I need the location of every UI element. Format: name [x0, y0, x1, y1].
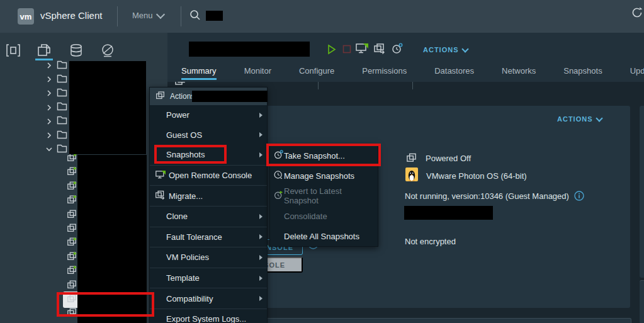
tab-summary[interactable]: Summary	[167, 60, 230, 82]
tab-networks[interactable]: Networks	[488, 60, 550, 82]
vm-powered-on-icon	[67, 195, 77, 207]
chevron-right-icon[interactable]	[46, 116, 52, 127]
vm-powered-on-icon	[67, 251, 77, 264]
submenu-item-manage-snapshots[interactable]: Manage Snapshots	[270, 166, 378, 186]
vm-icon	[67, 307, 77, 320]
remote-console-icon	[155, 169, 166, 181]
power-off-icon	[342, 45, 351, 56]
vm-powered-on-icon	[67, 237, 77, 249]
submenu-arrow-icon	[259, 276, 263, 281]
chevron-right-icon[interactable]	[46, 88, 52, 99]
submenu-item-delete-all-snapshots[interactable]: Delete All Snapshots	[270, 226, 378, 246]
tab-updates[interactable]: Updates	[616, 60, 644, 82]
power-status: Powered Off	[426, 154, 471, 163]
redacted-menu-vm-name	[192, 91, 268, 102]
refresh-icon[interactable]	[631, 6, 643, 21]
linux-guest-os-icon	[405, 167, 418, 181]
take-snapshot-icon	[273, 150, 284, 162]
card-actions-button[interactable]: ACTIONS	[557, 115, 602, 123]
menu-item-fault-tolerance[interactable]: Fault Tolerance	[150, 227, 267, 247]
chevron-down-icon	[461, 45, 468, 52]
info-icon[interactable]	[574, 191, 584, 201]
vm-powered-on-icon	[67, 166, 77, 179]
networking-icon[interactable]	[99, 43, 116, 58]
hosts-and-clusters-icon[interactable]	[5, 43, 21, 58]
search-box[interactable]	[189, 9, 201, 21]
vm-icon	[67, 223, 77, 235]
menu-button[interactable]: Menu	[132, 11, 164, 20]
header-divider	[117, 6, 118, 26]
right-panel-edge	[640, 106, 644, 278]
submenu-item-revert-to-latest-snapshot: Revert to Latest Snapshot	[270, 186, 378, 206]
menu-item-snapshots[interactable]: Snapshots	[150, 145, 267, 165]
menu-item-clone[interactable]: Clone	[150, 206, 267, 227]
menu-item-export-system-logs[interactable]: Export System Logs...	[150, 309, 267, 323]
redacted-vm-names	[77, 155, 147, 323]
redacted-dns-name	[404, 206, 493, 220]
migrate-icon	[155, 190, 166, 202]
vm-powered-on-icon	[67, 265, 77, 278]
menu-item-template[interactable]: Template	[150, 268, 267, 288]
right-panel-edge	[640, 280, 644, 323]
search-icon	[189, 9, 201, 21]
menu-item-open-remote-console[interactable]: Open Remote Console	[150, 165, 267, 186]
vm-icon	[155, 91, 165, 102]
tab-datastores[interactable]: Datastores	[421, 60, 488, 82]
redacted-folder-names	[69, 61, 146, 154]
tab-snapshots[interactable]: Snapshots	[550, 60, 616, 82]
chevron-right-icon[interactable]	[46, 102, 52, 113]
app-title: vSphere Client	[40, 10, 102, 21]
vm-icon	[67, 293, 77, 306]
submenu-arrow-icon	[259, 296, 263, 301]
folder-icon	[57, 88, 67, 99]
folder-icon	[57, 74, 67, 86]
redacted-vm-name	[189, 42, 310, 57]
app-header: vm vSphere Client Menu	[0, 0, 644, 33]
menu-item-guest-os[interactable]: Guest OS	[150, 125, 267, 145]
chevron-right-icon[interactable]	[46, 130, 52, 141]
vmware-logo: vm	[18, 8, 34, 25]
vm-powered-on-icon	[67, 181, 77, 193]
chevron-right-icon[interactable]	[46, 74, 52, 85]
tab-configure[interactable]: Configure	[285, 60, 348, 82]
vm-icon	[67, 280, 77, 292]
chevron-right-icon[interactable]	[46, 60, 52, 71]
vm-tabs: SummaryMonitorConfigurePermissionsDatast…	[167, 60, 644, 82]
open-console-icon[interactable]	[355, 42, 369, 57]
vm-context-menu: Actions - PowerGuest OSSnapshotsOpen Rem…	[149, 87, 268, 323]
chevron-down-icon	[155, 9, 164, 18]
tab-permissions[interactable]: Permissions	[348, 60, 421, 82]
submenu-item-take-snapshot[interactable]: Take Snapshot...	[270, 145, 378, 166]
encryption-status: Not encrypted	[405, 237, 456, 246]
snapshots-submenu: Take Snapshot...Manage SnapshotsRevert t…	[269, 145, 378, 247]
submenu-arrow-icon	[259, 113, 263, 118]
guest-os-name: VMware Photon OS (64-bit)	[426, 171, 527, 181]
menu-item-migrate[interactable]: Migrate...	[150, 185, 267, 206]
folder-icon	[57, 130, 67, 142]
manage-snapshots-icon	[273, 170, 284, 182]
redacted-search-text	[206, 11, 223, 21]
revert-to-latest-snapshot-icon	[273, 190, 284, 202]
menu-item-vm-policies[interactable]: VM Policies	[150, 247, 267, 268]
folder-icon	[57, 115, 67, 127]
submenu-arrow-icon	[259, 214, 263, 219]
vmware-tools-status: Not running, version:10346 (Guest Manage…	[405, 191, 584, 201]
menu-item-power[interactable]: Power	[150, 105, 267, 125]
submenu-arrow-icon	[259, 234, 263, 239]
chevron-down-icon	[596, 115, 602, 122]
vms-and-templates-icon[interactable]	[36, 43, 52, 58]
header-divider	[181, 6, 181, 26]
submenu-arrow-icon	[259, 132, 263, 137]
vm-actions-button[interactable]: ACTIONS	[423, 46, 468, 54]
tab-monitor[interactable]: Monitor	[230, 60, 285, 82]
menu-item-compatibility[interactable]: Compatibility	[150, 288, 267, 309]
migrate-icon[interactable]	[373, 43, 386, 57]
submenu-arrow-icon	[259, 152, 263, 157]
take-snapshot-icon[interactable]	[391, 43, 404, 57]
storage-icon[interactable]	[68, 43, 84, 58]
power-on-icon[interactable]	[326, 44, 337, 57]
vm-powered-on-icon	[67, 152, 77, 165]
menu-label: Menu	[132, 11, 153, 20]
folder-icon	[57, 101, 67, 113]
submenu-arrow-icon	[259, 255, 263, 260]
